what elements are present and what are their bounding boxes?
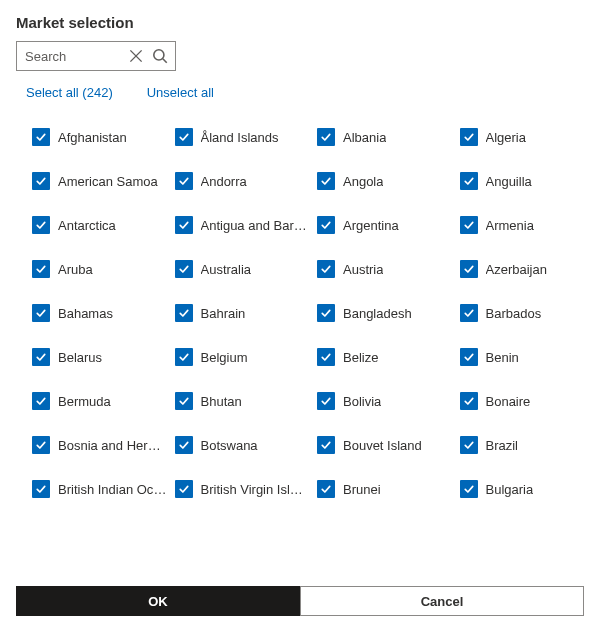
market-label: Bermuda <box>58 394 111 409</box>
market-label: Algeria <box>486 130 526 145</box>
market-checkbox[interactable] <box>175 172 193 190</box>
cancel-button[interactable]: Cancel <box>300 586 584 616</box>
market-item: Bahrain <box>175 304 310 322</box>
market-label: Bahamas <box>58 306 113 321</box>
market-item: British Virgin Islands <box>175 480 310 498</box>
market-checkbox[interactable] <box>32 172 50 190</box>
market-label: Albania <box>343 130 386 145</box>
market-checkbox[interactable] <box>317 128 335 146</box>
market-checkbox[interactable] <box>317 172 335 190</box>
market-label: Botswana <box>201 438 258 453</box>
market-label: Belize <box>343 350 378 365</box>
market-item: Brazil <box>460 436 595 454</box>
market-item: Bouvet Island <box>317 436 452 454</box>
market-label: Bonaire <box>486 394 531 409</box>
market-checkbox[interactable] <box>317 304 335 322</box>
market-label: Bangladesh <box>343 306 412 321</box>
market-item: Angola <box>317 172 452 190</box>
market-label: British Virgin Islands <box>201 482 310 497</box>
market-item: Bermuda <box>32 392 167 410</box>
market-checkbox[interactable] <box>460 480 478 498</box>
market-checkbox[interactable] <box>317 480 335 498</box>
market-item: Albania <box>317 128 452 146</box>
market-checkbox[interactable] <box>460 128 478 146</box>
market-item: British Indian Ocean Territory <box>32 480 167 498</box>
market-item: Bangladesh <box>317 304 452 322</box>
market-item: Belgium <box>175 348 310 366</box>
market-label: Bulgaria <box>486 482 534 497</box>
market-label: Andorra <box>201 174 247 189</box>
market-checkbox[interactable] <box>317 436 335 454</box>
market-label: Antigua and Barbuda <box>201 218 310 233</box>
market-checkbox[interactable] <box>317 260 335 278</box>
market-checkbox[interactable] <box>460 392 478 410</box>
market-label: Argentina <box>343 218 399 233</box>
market-checkbox[interactable] <box>32 436 50 454</box>
dialog-title: Market selection <box>16 14 584 31</box>
market-item: Anguilla <box>460 172 595 190</box>
market-checkbox[interactable] <box>32 260 50 278</box>
market-label: Brunei <box>343 482 381 497</box>
market-item: Antigua and Barbuda <box>175 216 310 234</box>
market-checkbox[interactable] <box>32 304 50 322</box>
market-item: Bonaire <box>460 392 595 410</box>
market-item: Algeria <box>460 128 595 146</box>
market-label: Australia <box>201 262 252 277</box>
select-all-link[interactable]: Select all (242) <box>26 85 113 100</box>
market-label: Antarctica <box>58 218 116 233</box>
market-item: Aruba <box>32 260 167 278</box>
svg-point-2 <box>154 50 164 60</box>
market-label: British Indian Ocean Territory <box>58 482 167 497</box>
market-label: Barbados <box>486 306 542 321</box>
market-item: Afghanistan <box>32 128 167 146</box>
market-checkbox[interactable] <box>460 172 478 190</box>
market-checkbox[interactable] <box>317 216 335 234</box>
market-checkbox[interactable] <box>460 436 478 454</box>
market-label: Bhutan <box>201 394 242 409</box>
market-checkbox[interactable] <box>32 392 50 410</box>
market-label: Bolivia <box>343 394 381 409</box>
market-checkbox[interactable] <box>32 216 50 234</box>
market-checkbox[interactable] <box>460 348 478 366</box>
market-checkbox[interactable] <box>175 304 193 322</box>
market-item: Bahamas <box>32 304 167 322</box>
market-item: Botswana <box>175 436 310 454</box>
market-checkbox[interactable] <box>175 128 193 146</box>
market-checkbox[interactable] <box>460 260 478 278</box>
market-checkbox[interactable] <box>32 128 50 146</box>
market-checkbox[interactable] <box>317 392 335 410</box>
market-item: Brunei <box>317 480 452 498</box>
market-item: Belarus <box>32 348 167 366</box>
unselect-all-link[interactable]: Unselect all <box>147 85 214 100</box>
market-label: Brazil <box>486 438 519 453</box>
market-label: Austria <box>343 262 383 277</box>
market-checkbox[interactable] <box>175 392 193 410</box>
ok-button[interactable]: OK <box>16 586 300 616</box>
market-checkbox[interactable] <box>460 216 478 234</box>
search-input[interactable] <box>25 49 127 64</box>
dialog-header: Market selection Select all (242) Unsele… <box>0 0 600 120</box>
clear-search-icon[interactable] <box>127 47 145 65</box>
market-checkbox[interactable] <box>175 216 193 234</box>
market-label: Bosnia and Herzegovina <box>58 438 167 453</box>
market-checkbox[interactable] <box>317 348 335 366</box>
market-checkbox[interactable] <box>175 436 193 454</box>
market-checkbox[interactable] <box>175 348 193 366</box>
market-checkbox[interactable] <box>32 348 50 366</box>
market-checkbox[interactable] <box>32 480 50 498</box>
market-label: Åland Islands <box>201 130 279 145</box>
market-checkbox[interactable] <box>175 480 193 498</box>
market-label: Anguilla <box>486 174 532 189</box>
search-icon[interactable] <box>151 47 169 65</box>
market-list-scroll[interactable]: AfghanistanÅland IslandsAlbaniaAlgeriaAm… <box>0 120 600 576</box>
market-checkbox[interactable] <box>460 304 478 322</box>
market-item: Bosnia and Herzegovina <box>32 436 167 454</box>
market-item: Bhutan <box>175 392 310 410</box>
market-item: Benin <box>460 348 595 366</box>
market-checkbox[interactable] <box>175 260 193 278</box>
market-label: Afghanistan <box>58 130 127 145</box>
market-grid: AfghanistanÅland IslandsAlbaniaAlgeriaAm… <box>16 120 594 508</box>
market-item: Bulgaria <box>460 480 595 498</box>
market-item: Austria <box>317 260 452 278</box>
search-box[interactable] <box>16 41 176 71</box>
